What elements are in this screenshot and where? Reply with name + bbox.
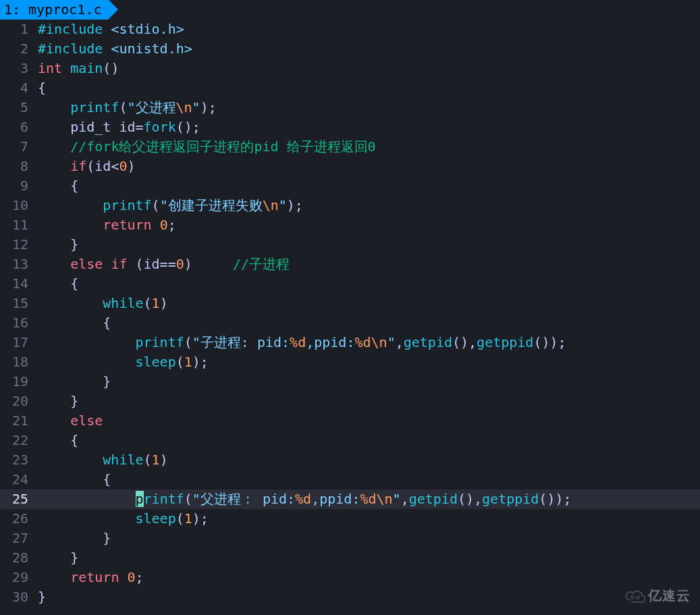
code-content: //fork给父进程返回子进程的pid 给子进程返回0: [34, 137, 700, 157]
svg-point-0: [631, 596, 634, 599]
code-content: {: [34, 431, 700, 450]
code-content: }: [34, 372, 700, 392]
line-number: 27: [0, 529, 34, 548]
line-number: 25: [0, 489, 34, 509]
line-number: 24: [0, 470, 34, 489]
code-line[interactable]: 2#include <unistd.h>: [0, 39, 700, 59]
code-content: {: [34, 313, 700, 333]
code-content: return 0;: [34, 568, 700, 587]
line-number: 2: [0, 39, 34, 59]
code-content: }: [34, 529, 700, 548]
line-number: 3: [0, 59, 34, 78]
code-content: printf("父进程\n");: [34, 98, 700, 117]
code-line[interactable]: 20 }: [0, 392, 700, 411]
code-content: }: [34, 235, 700, 255]
code-content: while(1): [34, 294, 700, 313]
code-content: else: [34, 411, 700, 431]
line-number: 13: [0, 255, 34, 274]
line-number: 15: [0, 294, 34, 313]
code-content: sleep(1);: [34, 509, 700, 529]
svg-point-1: [637, 596, 639, 599]
code-line[interactable]: 25 printf("父进程： pid:%d,ppid:%d\n",getpid…: [0, 489, 700, 509]
line-number: 29: [0, 568, 34, 587]
line-number: 14: [0, 274, 34, 294]
code-line[interactable]: 19 }: [0, 372, 700, 392]
code-content: return 0;: [34, 215, 700, 235]
code-line[interactable]: 7 //fork给父进程返回子进程的pid 给子进程返回0: [0, 137, 700, 157]
file-tab[interactable]: 1: myproc1.c: [0, 0, 109, 20]
line-number: 12: [0, 235, 34, 255]
code-line[interactable]: 5 printf("父进程\n");: [0, 98, 700, 117]
code-line[interactable]: 3int main(): [0, 59, 700, 78]
line-number: 17: [0, 333, 34, 352]
line-number: 7: [0, 137, 34, 157]
code-content: sleep(1);: [34, 352, 700, 372]
code-content: while(1): [34, 450, 700, 470]
code-line[interactable]: 12 }: [0, 235, 700, 255]
code-line[interactable]: 26 sleep(1);: [0, 509, 700, 529]
line-number: 1: [0, 20, 34, 39]
code-line[interactable]: 29 return 0;: [0, 568, 700, 587]
code-line[interactable]: 18 sleep(1);: [0, 352, 700, 372]
code-content: {: [34, 176, 700, 196]
code-line[interactable]: 1#include <stdio.h>: [0, 20, 700, 39]
line-number: 5: [0, 98, 34, 117]
code-line[interactable]: 14 {: [0, 274, 700, 294]
code-line[interactable]: 17 printf("子进程: pid:%d,ppid:%d\n",getpid…: [0, 333, 700, 352]
code-content: {: [34, 274, 700, 294]
code-line[interactable]: 28 }: [0, 548, 700, 568]
code-line[interactable]: 4{: [0, 78, 700, 98]
code-line[interactable]: 23 while(1): [0, 450, 700, 470]
code-line[interactable]: 8 if(id<0): [0, 157, 700, 176]
watermark-text: 亿速云: [648, 586, 691, 606]
code-content: printf("创建子进程失败\n");: [34, 196, 700, 215]
code-content: #include <stdio.h>: [34, 20, 700, 39]
code-content: else if (id==0) //子进程: [34, 255, 700, 274]
line-number: 19: [0, 372, 34, 392]
tab-bar: 1: myproc1.c: [0, 0, 700, 20]
line-number: 30: [0, 587, 34, 607]
code-line[interactable]: 16 {: [0, 313, 700, 333]
line-number: 10: [0, 196, 34, 215]
code-content: pid_t id=fork();: [34, 117, 700, 137]
code-editor[interactable]: 1#include <stdio.h>2#include <unistd.h>3…: [0, 20, 700, 607]
code-content: {: [34, 78, 700, 98]
code-content: }: [34, 548, 700, 568]
code-content: #include <unistd.h>: [34, 39, 700, 59]
line-number: 26: [0, 509, 34, 529]
code-content: }: [34, 392, 700, 411]
code-line[interactable]: 10 printf("创建子进程失败\n");: [0, 196, 700, 215]
code-line[interactable]: 6 pid_t id=fork();: [0, 117, 700, 137]
line-number: 23: [0, 450, 34, 470]
code-line[interactable]: 9 {: [0, 176, 700, 196]
code-content: printf("子进程: pid:%d,ppid:%d\n",getpid(),…: [34, 333, 700, 352]
code-content: int main(): [34, 59, 700, 78]
line-number: 4: [0, 78, 34, 98]
code-line[interactable]: 27 }: [0, 529, 700, 548]
code-line[interactable]: 30}: [0, 587, 700, 607]
line-number: 6: [0, 117, 34, 137]
line-number: 20: [0, 392, 34, 411]
code-line[interactable]: 24 {: [0, 470, 700, 489]
code-line[interactable]: 11 return 0;: [0, 215, 700, 235]
code-content: printf("父进程： pid:%d,ppid:%d\n",getpid(),…: [34, 489, 700, 509]
code-content: if(id<0): [34, 157, 700, 176]
line-number: 22: [0, 431, 34, 450]
code-line[interactable]: 13 else if (id==0) //子进程: [0, 255, 700, 274]
line-number: 18: [0, 352, 34, 372]
code-line[interactable]: 21 else: [0, 411, 700, 431]
cloud-icon: [625, 589, 645, 603]
line-number: 28: [0, 548, 34, 568]
watermark: 亿速云: [625, 586, 691, 606]
line-number: 21: [0, 411, 34, 431]
line-number: 9: [0, 176, 34, 196]
line-number: 8: [0, 157, 34, 176]
line-number: 16: [0, 313, 34, 333]
code-content: {: [34, 470, 700, 489]
code-line[interactable]: 15 while(1): [0, 294, 700, 313]
code-content: }: [34, 587, 700, 607]
code-line[interactable]: 22 {: [0, 431, 700, 450]
line-number: 11: [0, 215, 34, 235]
